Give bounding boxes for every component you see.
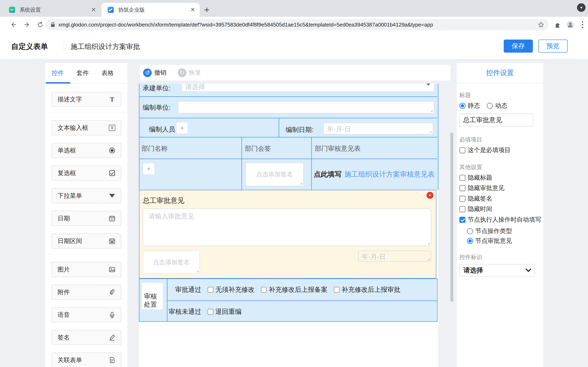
pen-icon bbox=[109, 334, 116, 341]
required-checkbox-row[interactable]: 这个是必填项目 bbox=[459, 146, 511, 154]
tab-search-button[interactable]: ▾ bbox=[577, 3, 586, 12]
required-section-label: 必填项目 bbox=[459, 136, 482, 143]
control-item-signature[interactable]: 签名 bbox=[52, 330, 121, 345]
contractor-select[interactable]: 请选择 bbox=[182, 83, 434, 92]
pass-option-2[interactable]: 补充修改后上报备案 bbox=[261, 285, 328, 294]
approval-date-input[interactable]: 年-月-日 bbox=[358, 250, 431, 262]
resize-handle[interactable] bbox=[429, 130, 432, 133]
auto-fill-row[interactable]: 节点执行人操作时自动填写 bbox=[459, 216, 541, 224]
browser-toolbar: xmgl.glodon.com/project-doc/workbench/xf… bbox=[0, 17, 588, 33]
resize-handle[interactable] bbox=[299, 182, 302, 185]
dept-name-header: 部门名称 bbox=[141, 144, 168, 153]
control-item-dropdown[interactable]: 下拉菜单 bbox=[52, 188, 121, 203]
dynamic-radio[interactable] bbox=[487, 103, 493, 109]
compile-unit-input[interactable] bbox=[178, 101, 434, 113]
pass-label: 审批通过 bbox=[167, 285, 201, 294]
preview-button[interactable]: 预览 bbox=[538, 40, 568, 53]
form-canvas: 承建单位: 请选择 编制单位: 编制人员 + 编制日期: 年-月-日 bbox=[139, 83, 438, 367]
hide-signature-row[interactable]: 隐藏签名 bbox=[459, 194, 492, 203]
undo-icon[interactable]: ↺ bbox=[143, 68, 152, 77]
tab-close-icon[interactable]: ✕ bbox=[190, 7, 195, 13]
app-header: 自定义表单 施工组织设计方案审批 保存 预览 bbox=[0, 33, 588, 59]
checkbox[interactable] bbox=[261, 287, 267, 292]
review-form-link[interactable]: 施工组织设计方案审核意见表 bbox=[345, 170, 435, 179]
approval-signature-box[interactable]: 点击添加签名 bbox=[143, 250, 200, 274]
other-section-label: 其他设置 bbox=[459, 163, 482, 171]
tab-controls[interactable]: 控件 bbox=[45, 63, 70, 83]
text-icon: T bbox=[109, 96, 116, 103]
panel-title: 控件设置 bbox=[457, 63, 543, 83]
control-item-date[interactable]: 日期 bbox=[52, 211, 121, 226]
hide-title-row[interactable]: 隐藏标题 bbox=[459, 174, 492, 182]
redo-label[interactable]: 恢复 bbox=[189, 68, 201, 77]
control-item-voice[interactable]: 语音 bbox=[52, 307, 121, 322]
reload-icon[interactable] bbox=[35, 20, 45, 30]
app-title: 自定义表单 bbox=[11, 42, 48, 52]
checkbox[interactable] bbox=[459, 206, 466, 212]
checkbox[interactable] bbox=[208, 309, 213, 315]
selected-control-chief-approval[interactable]: ✕ 总工审批意见 请输入审批意见 点击添加签名 年-月-日 bbox=[139, 190, 436, 278]
field-id-select[interactable]: 请选择 bbox=[459, 264, 535, 276]
browser-tab-system-settings[interactable]: </> 系统设置 ✕ bbox=[3, 3, 100, 17]
browser-tab-xiezhu[interactable]: 协筑企业版 ✕ bbox=[102, 3, 200, 17]
profile-avatar[interactable] bbox=[565, 20, 575, 30]
compile-date-input[interactable]: 年-月-日 bbox=[323, 123, 433, 134]
review-side-label[interactable]: 审核 处置 bbox=[142, 283, 163, 309]
tab-favicon-xiezhu-icon bbox=[108, 7, 114, 13]
calendar-icon bbox=[109, 215, 116, 222]
new-tab-button[interactable]: + bbox=[204, 5, 209, 14]
radio-selected[interactable] bbox=[467, 238, 473, 244]
checkbox[interactable] bbox=[208, 287, 213, 292]
bookmark-star-icon[interactable] bbox=[538, 21, 544, 28]
node-approval-comment-row[interactable]: 节点审批意见 bbox=[467, 237, 512, 245]
canvas-scrollbar[interactable] bbox=[450, 133, 453, 302]
static-radio[interactable] bbox=[459, 103, 466, 109]
resize-handle[interactable] bbox=[195, 269, 199, 272]
control-item-checkbox[interactable]: 复选框 bbox=[52, 166, 121, 181]
active-tab-underline bbox=[46, 82, 70, 83]
control-item-description-text[interactable]: 描述文字 T bbox=[52, 92, 121, 107]
control-item-date-range[interactable]: 日期区间 bbox=[52, 234, 121, 249]
checkbox[interactable] bbox=[459, 147, 466, 153]
hide-time-row[interactable]: 隐藏时间 bbox=[459, 205, 492, 213]
undo-label[interactable]: 撤销 bbox=[154, 68, 166, 77]
dept-signature-box[interactable]: 点击添加签名 bbox=[245, 163, 303, 186]
checkbox[interactable] bbox=[459, 175, 466, 181]
back-icon[interactable] bbox=[8, 20, 18, 30]
checkbox[interactable] bbox=[459, 196, 466, 202]
resize-handle[interactable] bbox=[427, 257, 430, 260]
tab-close-icon[interactable]: ✕ bbox=[91, 7, 96, 13]
control-item-radio[interactable]: 单选框 bbox=[52, 143, 121, 158]
checkbox-checked[interactable] bbox=[459, 217, 466, 223]
title-value-input[interactable]: 总工审批意见 bbox=[459, 114, 533, 126]
resize-handle[interactable] bbox=[430, 109, 433, 112]
pass-option-3[interactable]: 补充修改后上报审批 bbox=[334, 285, 400, 294]
control-item-text-input[interactable]: 文本输入框 T bbox=[52, 120, 121, 135]
add-person-button[interactable]: + bbox=[176, 122, 188, 134]
dept-sign-header: 部门会签 bbox=[245, 144, 271, 153]
tab-kits[interactable]: 套件 bbox=[70, 63, 95, 83]
url-bar[interactable]: xmgl.glodon.com/project-doc/workbench/xf… bbox=[45, 19, 549, 30]
review-disposition-table: 审核 处置 审批通过 无须补充修改 补充修改后上报备案 补充修改后上报审批 bbox=[139, 278, 438, 322]
checkbox[interactable] bbox=[334, 287, 339, 292]
tab-favicon-glodon-icon: </> bbox=[9, 7, 15, 13]
extensions-puzzle-icon[interactable] bbox=[553, 20, 563, 30]
forward-icon[interactable] bbox=[22, 20, 32, 30]
control-item-attachment[interactable]: 附件 bbox=[52, 285, 121, 300]
add-department-button[interactable]: + bbox=[143, 163, 155, 175]
pass-option-1[interactable]: 无须补充修改 bbox=[208, 285, 255, 294]
hide-approval-comment-row[interactable]: 隐藏审批意见 bbox=[459, 184, 504, 192]
redo-icon[interactable]: ↻ bbox=[178, 68, 186, 77]
approval-comment-textarea[interactable]: 请输入审批意见 bbox=[143, 209, 431, 246]
save-button[interactable]: 保存 bbox=[504, 40, 533, 53]
control-item-related-form[interactable]: 关联表单 bbox=[52, 352, 121, 367]
browser-menu-kebab-icon[interactable] bbox=[577, 20, 588, 30]
fail-option-1[interactable]: 退回重编 bbox=[208, 307, 242, 316]
node-action-type-row[interactable]: 节点操作类型 bbox=[467, 227, 512, 235]
resize-handle[interactable] bbox=[427, 242, 430, 245]
checkbox[interactable] bbox=[459, 185, 466, 191]
radio[interactable] bbox=[467, 228, 473, 234]
control-item-image[interactable]: 图片 bbox=[52, 262, 121, 277]
tab-tables[interactable]: 表格 bbox=[95, 63, 120, 83]
delete-control-button[interactable]: ✕ bbox=[426, 192, 433, 199]
